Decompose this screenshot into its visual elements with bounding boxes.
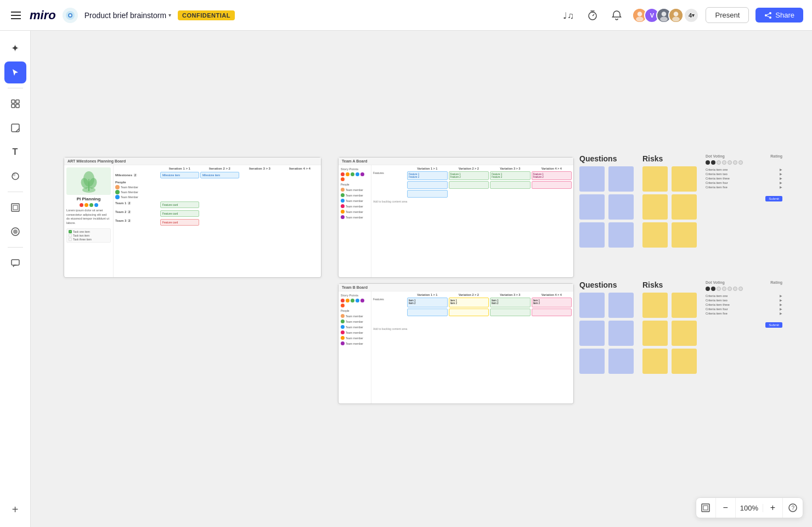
team-a-grid: Variation 1 > 1 Variation 2 > 2 Variatio… (371, 165, 573, 277)
bottom-toolbar: − 100% + ? (696, 497, 803, 518)
svg-rect-25 (12, 124, 19, 132)
sticky-tool-button[interactable] (4, 117, 26, 139)
svg-point-17 (765, 14, 767, 16)
frame-nav-button[interactable] (696, 498, 716, 518)
svg-point-16 (769, 12, 771, 14)
board-chevron: ▾ (168, 12, 171, 18)
text-tool-button[interactable]: T (4, 141, 26, 163)
q-sticky-5 (579, 222, 605, 248)
questions-top-grid (579, 166, 634, 248)
shapes-tool-button[interactable] (4, 165, 26, 187)
board-name[interactable]: Product brief brainstorm ▾ (84, 11, 171, 20)
svg-point-12 (661, 16, 668, 21)
r-sticky-6 (672, 222, 697, 248)
svg-line-6 (593, 14, 594, 16)
questions-bottom-label: Questions (579, 281, 634, 289)
top-scoring-panel: Dot Voting Rating Criteria item one ▶ Cr… (706, 154, 782, 202)
svg-point-8 (638, 12, 642, 16)
questions-bottom-grid (579, 293, 634, 374)
svg-rect-29 (13, 205, 18, 210)
rb-sticky-6 (672, 349, 697, 374)
qb-sticky-4 (608, 321, 634, 346)
svg-rect-32 (12, 260, 19, 265)
svg-rect-27 (13, 173, 15, 176)
pi-board-header: ART Milestones Planning Board (64, 158, 321, 165)
avatar-count[interactable]: 4 ▾ (684, 8, 699, 23)
pi-image (66, 167, 111, 195)
rb-sticky-4 (672, 321, 697, 346)
team-b-header: Team B Board (339, 284, 573, 291)
svg-text:♩♫♬: ♩♫♬ (563, 11, 574, 20)
team-b-grid: Variation 1 > 1 Variation 2 > 2 Variatio… (371, 291, 573, 403)
grid-tool-button[interactable] (4, 93, 26, 115)
score-submit-btn-2[interactable]: Submit (765, 322, 782, 328)
svg-rect-23 (12, 104, 15, 108)
left-toolbar: ✦ T + (0, 31, 31, 527)
team-b-left: Story Points People Team member Team mem… (339, 291, 371, 403)
svg-rect-28 (12, 204, 19, 211)
svg-point-11 (662, 12, 667, 16)
frame-tool-button[interactable] (4, 197, 26, 218)
avatar-4 (668, 8, 684, 23)
risks-top-label: Risks (642, 154, 697, 163)
risks-bottom-area: Risks (642, 281, 697, 374)
svg-line-20 (767, 16, 769, 17)
qb-sticky-6 (608, 349, 634, 374)
svg-text:?: ? (792, 505, 795, 511)
pi-left-panel: PI Planning Lorem ipsum dolor sit amet c… (64, 165, 114, 277)
hamburger-menu[interactable] (9, 9, 23, 21)
topbar-left: miro Product brief brainstorm ▾ CONFIDEN… (9, 8, 235, 23)
toolbar-divider-1 (8, 88, 23, 88)
toolbar-divider-2 (8, 192, 23, 192)
miro-logo: miro (30, 8, 56, 23)
pi-dots (66, 203, 111, 207)
r-sticky-5 (642, 222, 668, 248)
canvas[interactable]: ART Milestones Planning Board PI Plannin… (31, 31, 812, 527)
pi-label: PI Planning (66, 197, 111, 201)
comment-tool-button[interactable] (4, 252, 26, 274)
svg-rect-24 (16, 104, 19, 108)
q-sticky-3 (579, 194, 605, 220)
r-sticky-4 (672, 194, 697, 220)
svg-point-9 (636, 16, 644, 21)
pi-checklist: ✓ Task one item Task two item Task three… (66, 228, 111, 243)
q-sticky-2 (608, 166, 634, 192)
help-button[interactable]: ? (783, 498, 803, 518)
team-a-header: Team A Board (339, 158, 573, 165)
share-button[interactable]: Share (755, 8, 803, 23)
add-tool-button[interactable]: + (4, 498, 26, 520)
svg-point-15 (673, 16, 680, 21)
team-a-board: Team A Board Story Points People Team me… (338, 157, 574, 278)
topbar-right: ♩♫♬ V (560, 7, 803, 24)
pi-description: Lorem ipsum dolor sit amet consectetur a… (66, 209, 111, 226)
svg-rect-22 (16, 100, 19, 103)
qb-sticky-1 (579, 293, 605, 318)
svg-point-2 (69, 14, 71, 16)
timer-icon[interactable] (584, 7, 601, 24)
present-button[interactable]: Present (706, 7, 749, 23)
risks-bottom-label: Risks (642, 281, 697, 289)
zoom-in-button[interactable]: + (763, 498, 783, 518)
questions-top-label: Questions (579, 154, 634, 163)
svg-rect-39 (703, 506, 708, 510)
bottom-scoring-panel: Dot Voting Rating Criteria item one ▶ Cr… (706, 281, 782, 328)
ai-tool-button[interactable]: ✦ (4, 37, 26, 59)
select-tool-button[interactable] (4, 61, 26, 83)
rb-sticky-1 (642, 293, 668, 318)
qb-sticky-3 (579, 321, 605, 346)
r-sticky-2 (672, 166, 697, 192)
board-icon (63, 8, 78, 23)
zoom-out-button[interactable]: − (716, 498, 736, 518)
questions-bottom-area: Questions (579, 281, 634, 374)
svg-rect-38 (702, 504, 709, 512)
q-sticky-1 (579, 166, 605, 192)
r-sticky-1 (642, 166, 668, 192)
svg-point-18 (769, 16, 771, 19)
risks-bottom-grid (642, 293, 697, 374)
media-icon[interactable]: ♩♫♬ (560, 7, 577, 24)
draw-tool-button[interactable] (4, 221, 26, 243)
rb-sticky-2 (672, 293, 697, 318)
rb-sticky-5 (642, 349, 668, 374)
notification-icon[interactable] (608, 7, 625, 24)
score-submit-btn[interactable]: Submit (765, 196, 782, 201)
